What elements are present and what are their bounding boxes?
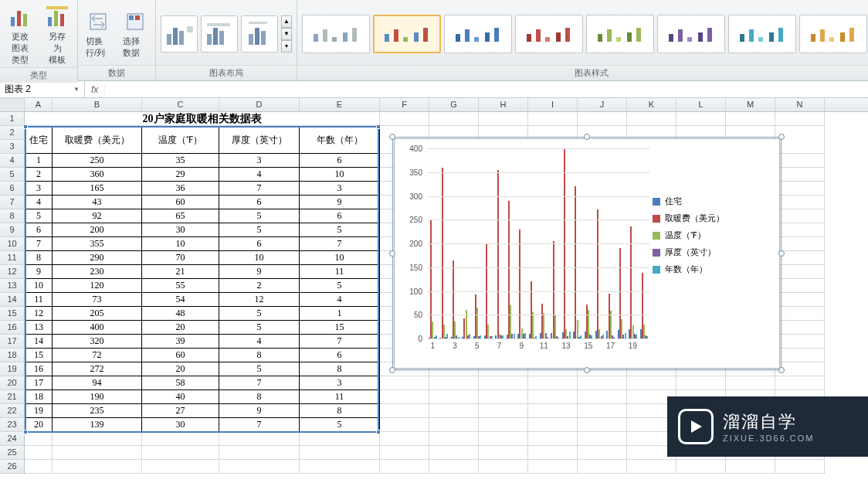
bar-取暖费（美元）-1[interactable] [430,219,432,338]
cell-E18[interactable]: 6 [300,349,380,362]
bar-温度（℉）-1[interactable] [432,321,433,338]
cell-H24[interactable] [479,432,528,446]
cell-A17[interactable]: 14 [25,335,53,349]
cell-E11[interactable]: 10 [300,251,380,265]
cell-D11[interactable]: 10 [219,251,300,265]
cell-D21[interactable]: 8 [219,390,300,404]
cell-B22[interactable]: 235 [53,404,142,418]
bar-取暖费（美元）-14[interactable] [575,186,576,338]
col-header-G[interactable]: G [429,98,479,111]
cell-A5[interactable]: 2 [25,168,53,182]
cell-G23[interactable] [429,418,479,432]
cell-D22[interactable]: 9 [219,404,300,418]
cell-C11[interactable]: 70 [142,251,219,265]
cell-L26[interactable] [676,460,726,474]
chart-plot-area[interactable]: 050100150200250300350400 135791113151719… [399,144,775,363]
legend-item[interactable]: 温度（℉） [653,230,768,241]
cell-D16[interactable]: 5 [219,321,300,335]
layout-scroll-down[interactable]: ▼ [281,28,292,40]
cell-H1[interactable] [479,112,528,126]
cell-D24[interactable] [219,432,300,446]
cell-C16[interactable]: 20 [142,321,219,335]
cell-E22[interactable]: 8 [300,404,380,418]
cell-D6[interactable]: 7 [219,182,300,196]
cell-N9[interactable] [775,223,825,237]
cell-J26[interactable] [578,460,627,474]
cell-F21[interactable] [380,390,429,404]
cell-D12[interactable]: 9 [219,265,300,279]
cell-C4[interactable]: 35 [142,154,219,168]
cell-C2[interactable]: 温度（℉） [142,126,219,154]
cell-F1[interactable] [380,112,429,126]
cell-B2[interactable]: 取暖费（美元） [53,126,142,154]
cell-N5[interactable] [775,168,825,182]
row-header-5[interactable]: 5 [0,168,25,182]
embedded-chart[interactable]: 050100150200250300350400 135791113151719… [394,138,780,369]
chart-style-3[interactable] [444,15,512,53]
bar-温度（℉）-12[interactable] [554,315,556,338]
cell-I20[interactable] [528,376,578,390]
cell-I26[interactable] [528,460,578,474]
cell-A6[interactable]: 3 [25,182,53,196]
cell-H26[interactable] [479,460,528,474]
cell-C17[interactable]: 39 [142,335,219,349]
chart-style-6[interactable] [657,15,725,53]
cell-A13[interactable]: 10 [25,279,53,293]
cell-N1[interactable] [775,112,825,126]
row-header-16[interactable]: 16 [0,321,25,335]
chart-layout-3[interactable] [241,15,278,53]
cell-C15[interactable]: 48 [142,307,219,321]
cell-I22[interactable] [528,404,578,418]
cell-G1[interactable] [429,112,479,126]
cell-F24[interactable] [380,432,429,446]
cell-D26[interactable] [219,460,300,474]
cell-A10[interactable]: 7 [25,237,53,251]
cell-N13[interactable] [775,279,825,293]
cell-N6[interactable] [775,182,825,196]
cell-F23[interactable] [380,418,429,432]
cell-E2[interactable]: 年数（年） [300,126,380,154]
cell-A21[interactable]: 18 [25,390,53,404]
col-header-A[interactable]: A [25,98,53,111]
cell-B15[interactable]: 205 [53,307,142,321]
cell-E24[interactable] [300,432,380,446]
cell-A23[interactable]: 20 [25,418,53,432]
cell-B25[interactable] [53,446,142,460]
col-header-J[interactable]: J [578,98,627,111]
cell-E9[interactable]: 5 [300,223,380,237]
cell-E5[interactable]: 10 [300,168,380,182]
cell-H23[interactable] [479,418,528,432]
cell-A9[interactable]: 6 [25,223,53,237]
cell-A18[interactable]: 15 [25,349,53,362]
cell-E26[interactable] [300,460,380,474]
cell-I21[interactable] [528,390,578,404]
row-header-13[interactable]: 13 [0,279,25,293]
row-header-26[interactable]: 26 [0,460,25,474]
cell-A8[interactable]: 5 [25,209,53,223]
cell-E17[interactable]: 7 [300,335,380,349]
row-header-2[interactable]: 2 [0,126,25,140]
cell-J25[interactable] [578,446,627,460]
bar-温度（℉）-5[interactable] [476,308,478,338]
cell-G26[interactable] [429,460,479,474]
col-header-F[interactable]: F [380,98,429,111]
bar-温度（℉）-10[interactable] [532,312,534,338]
cell-A14[interactable]: 11 [25,293,53,307]
cell-B9[interactable]: 200 [53,223,142,237]
row-header-17[interactable]: 17 [0,335,25,349]
cell-C23[interactable]: 30 [142,418,219,432]
legend-item[interactable]: 年数（年） [653,264,768,275]
cell-A24[interactable] [25,432,53,446]
col-header-L[interactable]: L [676,98,726,111]
cell-E15[interactable]: 1 [300,307,380,321]
cell-E7[interactable]: 9 [300,196,380,209]
bar-取暖费（美元）-7[interactable] [497,170,499,338]
cell-B5[interactable]: 360 [53,168,142,182]
cell-C21[interactable]: 40 [142,390,219,404]
cell-C6[interactable]: 36 [142,182,219,196]
cell-C9[interactable]: 30 [142,223,219,237]
cell-B19[interactable]: 272 [53,362,142,376]
cell-H21[interactable] [479,390,528,404]
chart-style-2[interactable] [373,15,441,53]
cell-D7[interactable]: 6 [219,196,300,209]
